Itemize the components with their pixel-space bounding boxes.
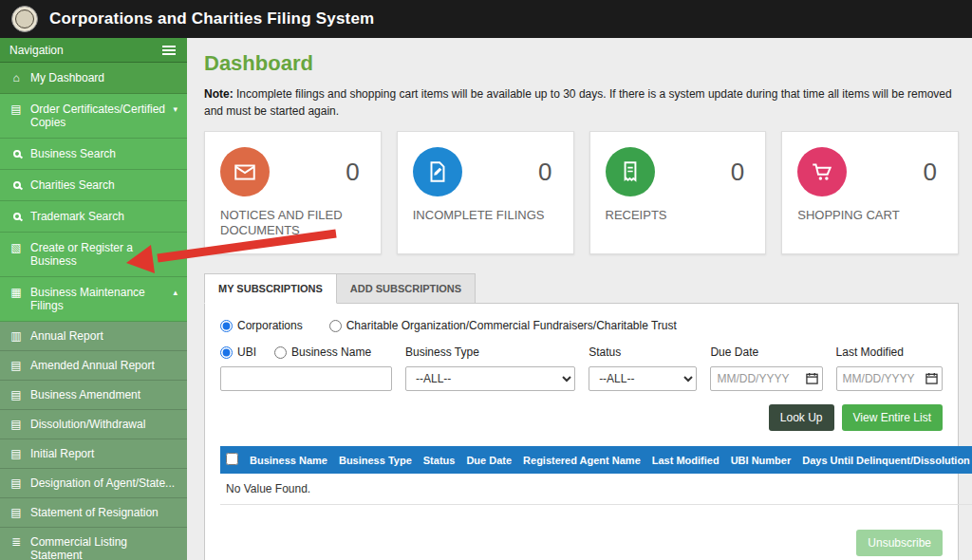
look-up-button[interactable]: Look Up <box>769 404 834 431</box>
card-shopping-cart[interactable]: 0 SHOPPING CART <box>781 131 959 254</box>
sidebar-header: Navigation <box>0 38 187 63</box>
main-content: Dashboard Note: Incomplete filings and s… <box>187 38 972 560</box>
hamburger-menu-icon[interactable] <box>162 49 176 51</box>
sidebar-item-annual-report[interactable]: ▥ Annual Report <box>0 322 187 351</box>
sidebar-item-charities-search[interactable]: Charities Search <box>0 170 187 201</box>
sidebar-header-label: Navigation <box>9 44 64 57</box>
sidebar-navigation: Navigation ⌂ My Dashboard ▤ Order Certif… <box>0 38 187 560</box>
dashboard-note: Note: Incomplete filings and shopping ca… <box>204 85 959 120</box>
business-type-label: Business Type <box>405 345 575 359</box>
card-count: 0 <box>924 158 943 187</box>
col-business-type: Business Type <box>333 446 418 474</box>
filter-actions: Look Up View Entire List <box>220 404 943 431</box>
app-window: Corporations and Charities Filing System… <box>0 0 972 560</box>
search-icon <box>9 178 23 192</box>
receipt-icon <box>606 147 655 196</box>
card-notices-and-filed-documents[interactable]: 0 NOTICES AND FILED DOCUMENTS <box>204 131 382 254</box>
document-pencil-icon <box>413 147 462 196</box>
list-icon: ≣ <box>9 535 23 549</box>
card-count: 0 <box>731 158 750 187</box>
search-icon <box>9 210 23 223</box>
document-icon: ▤ <box>9 359 23 372</box>
chart-icon: ▥ <box>9 329 23 343</box>
business-type-select[interactable]: --ALL-- <box>405 366 575 391</box>
my-subscriptions-panel: Corporations Charitable Organization/Com… <box>204 303 959 560</box>
subscriptions-table: Business Name Business Type Status Due D… <box>220 446 972 505</box>
chevron-down-icon: ▾ <box>173 103 178 116</box>
page-title: Dashboard <box>204 51 959 76</box>
shopping-cart-icon <box>797 147 847 196</box>
col-business-name: Business Name <box>244 446 333 474</box>
sidebar-item-my-dashboard[interactable]: ⌂ My Dashboard <box>0 63 187 94</box>
card-label: NOTICES AND FILED DOCUMENTS <box>220 208 365 239</box>
card-label: RECEIPTS <box>606 208 751 223</box>
register-business-icon: ▧ <box>9 241 23 254</box>
calendar-icon[interactable] <box>806 372 818 384</box>
certificate-icon: ▤ <box>9 103 23 116</box>
sidebar-item-initial-report[interactable]: ▤ Initial Report <box>0 439 187 469</box>
last-modified-label: Last Modified <box>836 345 943 359</box>
col-ubi-number: UBI Number <box>725 446 797 474</box>
col-due-date: Due Date <box>460 446 517 474</box>
document-icon: ▤ <box>9 447 23 460</box>
col-last-modified: Last Modified <box>646 446 725 474</box>
document-icon: ▤ <box>9 506 23 519</box>
envelope-icon <box>220 147 270 196</box>
calendar-icon[interactable] <box>925 372 938 384</box>
sidebar-item-amended-annual-report[interactable]: ▤ Amended Annual Report <box>0 351 187 381</box>
state-seal-logo <box>11 6 38 32</box>
tab-add-subscriptions[interactable]: ADD SUBSCRIPTIONS <box>337 273 476 304</box>
card-label: INCOMPLETE FILINGS <box>413 208 558 223</box>
sidebar-item-business-search[interactable]: Business Search <box>0 139 187 170</box>
charitable-radio[interactable] <box>329 320 342 332</box>
sidebar-item-commercial-listing-statement[interactable]: ≣ Commercial Listing Statement <box>0 528 187 560</box>
filter-row: UBI Business Name Business Type --ALL-- <box>220 345 943 391</box>
home-icon: ⌂ <box>9 71 23 84</box>
sidebar-item-create-register-business[interactable]: ▧ Create or Register a Business <box>0 233 187 277</box>
chevron-up-icon: ▴ <box>173 286 178 299</box>
sidebar-item-business-amendment[interactable]: ▤ Business Amendment <box>0 381 187 410</box>
bank-icon: ▦ <box>9 286 23 299</box>
col-status: Status <box>418 446 461 474</box>
sidebar-item-designation-of-agent[interactable]: ▤ Designation of Agent/State... <box>0 469 187 498</box>
subscriptions-tabs: MY SUBSCRIPTIONS ADD SUBSCRIPTIONS <box>204 273 959 304</box>
empty-row: No Value Found. <box>220 474 972 505</box>
entity-type-radio-group: Corporations Charitable Organization/Com… <box>220 319 943 332</box>
document-icon: ▤ <box>9 388 23 401</box>
sidebar-item-dissolution-withdrawal[interactable]: ▤ Dissolution/Withdrawal <box>0 410 187 439</box>
sidebar-item-order-certificates[interactable]: ▤ Order Certificates/Certified Copies ▾ <box>0 94 187 139</box>
card-receipts[interactable]: 0 RECEIPTS <box>589 131 767 254</box>
status-label: Status <box>589 345 697 359</box>
no-value-found-text: No Value Found. <box>220 474 972 505</box>
sidebar-item-trademark-search[interactable]: Trademark Search <box>0 201 187 233</box>
view-entire-list-button[interactable]: View Entire List <box>842 404 943 431</box>
summary-cards: 0 NOTICES AND FILED DOCUMENTS 0 INCOMPLE… <box>204 131 959 254</box>
top-bar: Corporations and Charities Filing System <box>0 0 972 38</box>
card-incomplete-filings[interactable]: 0 INCOMPLETE FILINGS <box>397 131 574 254</box>
ubi-search-input[interactable] <box>220 366 392 391</box>
tab-my-subscriptions[interactable]: MY SUBSCRIPTIONS <box>204 273 337 304</box>
card-count: 0 <box>346 158 364 187</box>
status-select[interactable]: --ALL-- <box>589 366 697 391</box>
business-name-radio[interactable] <box>274 346 287 359</box>
table-header-row: Business Name Business Type Status Due D… <box>220 446 972 474</box>
app-title: Corporations and Charities Filing System <box>49 9 374 28</box>
col-registered-agent-name: Registered Agent Name <box>517 446 646 474</box>
sidebar-item-statement-of-resignation[interactable]: ▤ Statement of Resignation <box>0 498 187 528</box>
unsubscribe-button[interactable]: Unsubscribe <box>856 530 943 556</box>
col-days-until-delinquent: Days Until Delinquent/Dissolution <box>796 446 972 474</box>
document-icon: ▤ <box>9 476 23 490</box>
sidebar-item-business-maintenance-filings[interactable]: ▦ Business Maintenance Filings ▴ <box>0 277 187 322</box>
search-by-radio-group: UBI Business Name <box>220 345 392 359</box>
ubi-radio[interactable] <box>220 346 233 359</box>
document-icon: ▤ <box>9 418 23 431</box>
due-date-label: Due Date <box>710 345 822 359</box>
card-count: 0 <box>538 158 557 187</box>
card-label: SHOPPING CART <box>797 208 943 223</box>
select-all-checkbox[interactable] <box>226 453 238 465</box>
search-icon <box>9 147 23 160</box>
corporations-radio[interactable] <box>220 320 233 332</box>
